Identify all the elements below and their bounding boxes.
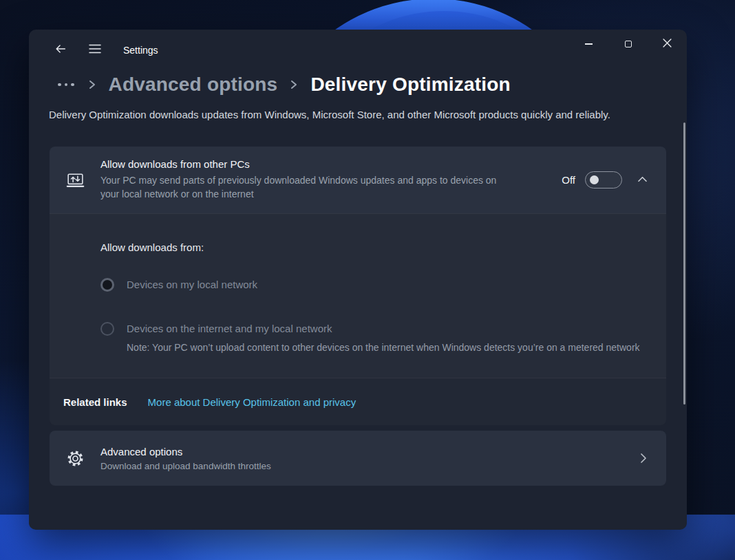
- advanced-options-text: Advanced options Download and upload ban…: [100, 436, 633, 481]
- caption-buttons: [569, 30, 687, 58]
- titlebar-left: Settings: [49, 30, 158, 71]
- radio-internet-label: Devices on the internet and my local net…: [127, 322, 640, 336]
- back-arrow-icon: [54, 43, 67, 58]
- breadcrumb-overflow-icon[interactable]: [56, 80, 76, 89]
- allow-downloads-card-group: Allow downloads from other PCs Your PC m…: [50, 147, 666, 425]
- titlebar: Settings: [29, 30, 687, 71]
- breadcrumb: Advanced options Delivery Optimization: [29, 74, 687, 96]
- collapse-button[interactable]: [632, 169, 652, 190]
- allow-downloads-expander-body: Allow downloads from: Devices on my loca…: [50, 213, 666, 378]
- chevron-up-icon: [637, 173, 648, 186]
- chevron-right-icon: [633, 448, 654, 469]
- allow-downloads-from-label: Allow downloads from:: [100, 241, 646, 253]
- minimize-icon: [585, 43, 593, 44]
- navigation-menu-button[interactable]: [83, 39, 107, 62]
- allow-downloads-description: Your PC may send parts of previously dow…: [100, 173, 513, 202]
- delivery-optimization-privacy-link[interactable]: More about Delivery Optimization and pri…: [148, 396, 356, 408]
- toggle-state-label: Off: [562, 174, 575, 186]
- radio-local-network-label: Devices on my local network: [127, 278, 257, 292]
- minimize-button[interactable]: [569, 30, 608, 58]
- close-icon: [663, 38, 672, 50]
- allow-downloads-expander-header[interactable]: Allow downloads from other PCs Your PC m…: [50, 147, 666, 213]
- back-button[interactable]: [49, 39, 72, 62]
- maximize-button[interactable]: [608, 30, 648, 58]
- toggle-knob: [590, 175, 599, 184]
- delivery-optimization-icon: [50, 171, 100, 189]
- related-links-label: Related links: [63, 396, 127, 408]
- desktop: Settings Advanced options: [0, 0, 735, 560]
- allow-downloads-toggle[interactable]: [585, 171, 622, 189]
- gear-icon: [50, 449, 100, 468]
- app-title: Settings: [123, 45, 158, 56]
- radio-internet-and-local[interactable]: Devices on the internet and my local net…: [100, 322, 646, 354]
- maximize-icon: [625, 41, 632, 47]
- allow-downloads-text: Allow downloads from other PCs Your PC m…: [100, 149, 562, 211]
- radio-unselected-icon: [100, 322, 114, 336]
- allow-downloads-title: Allow downloads from other PCs: [100, 158, 562, 170]
- chevron-right-icon: [88, 78, 96, 91]
- content: Allow downloads from other PCs Your PC m…: [29, 147, 687, 486]
- hamburger-icon: [89, 44, 101, 56]
- radio-selected-icon: [100, 278, 114, 292]
- allow-downloads-controls: Off: [562, 169, 652, 190]
- advanced-options-card[interactable]: Advanced options Download and upload ban…: [50, 431, 666, 486]
- radio-local-network[interactable]: Devices on my local network: [100, 278, 646, 292]
- advanced-options-title: Advanced options: [100, 446, 633, 457]
- vertical-scrollbar[interactable]: [683, 122, 685, 405]
- page-description: Delivery Optimization downloads updates …: [49, 107, 666, 122]
- close-button[interactable]: [648, 30, 687, 58]
- related-links-row: Related links More about Delivery Optimi…: [50, 378, 666, 425]
- advanced-options-description: Download and upload bandwidth throttles: [100, 461, 633, 471]
- page-title: Delivery Optimization: [310, 74, 511, 96]
- metered-network-note: Note: Your PC won’t upload content to ot…: [127, 341, 640, 354]
- settings-window: Settings Advanced options: [29, 30, 687, 530]
- chevron-right-icon: [290, 78, 298, 91]
- breadcrumb-advanced-options[interactable]: Advanced options: [109, 74, 278, 96]
